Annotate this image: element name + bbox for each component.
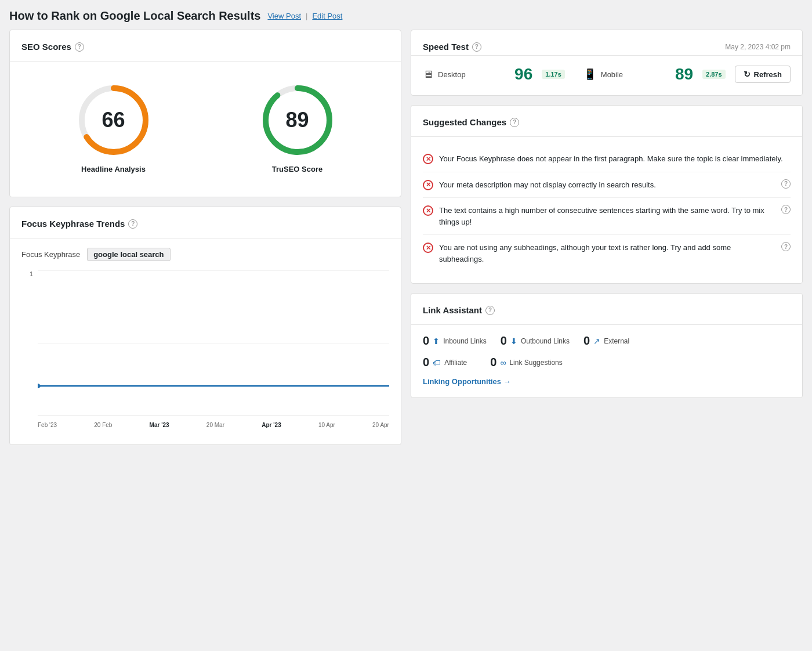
mobile-label: Mobile <box>601 70 623 79</box>
external-count: 0 <box>583 334 590 348</box>
suggestion-error-icon-4: ✕ <box>423 243 433 253</box>
link-assistant-card: Link Assistant ? 0 ⬆ Inbound Links 0 ⬇ O… <box>411 293 803 398</box>
suggestion-error-icon-2: ✕ <box>423 180 433 190</box>
desktop-time: 1.17s <box>542 70 565 79</box>
trend-chart: 1 Feb '23 20 Feb <box>21 270 389 433</box>
keyphrase-row: Focus Keyphrase google local search <box>21 248 389 261</box>
x-label-10apr: 10 Apr <box>318 422 335 428</box>
seo-scores-help-icon[interactable]: ? <box>75 42 84 52</box>
focus-keyphrase-card: Focus Keyphrase Trends ? Focus Keyphrase… <box>9 207 401 445</box>
headline-score-label: Headline Analysis <box>81 165 146 173</box>
speed-test-card: Speed Test ? May 2, 2023 4:02 pm 🖥 Deskt… <box>411 30 803 96</box>
suggested-changes-card: Suggested Changes ? ✕ Your Focus Keyphra… <box>411 105 803 284</box>
suggested-changes-divider <box>411 136 802 137</box>
x-label-feb23: Feb '23 <box>38 422 57 428</box>
x-label-mar23: Mar '23 <box>150 422 169 428</box>
svg-point-4 <box>38 384 41 388</box>
seo-scores-card: SEO Scores ? 66 Headline Analysis <box>9 30 401 197</box>
suggested-changes-help-icon[interactable]: ? <box>510 118 519 127</box>
suggestion-help-3[interactable]: ? <box>781 205 791 214</box>
focus-keyphrase-help-icon[interactable]: ? <box>128 219 137 229</box>
desktop-speed-item: 🖥 Desktop <box>423 68 505 81</box>
keyphrase-field-label: Focus Keyphrase <box>21 250 80 259</box>
edit-post-link[interactable]: Edit Post <box>312 12 342 20</box>
external-label: External <box>604 337 629 345</box>
inbound-label: Inbound Links <box>443 337 487 345</box>
left-column: SEO Scores ? 66 Headline Analysis <box>9 30 401 445</box>
x-label-20mar: 20 Mar <box>206 422 224 428</box>
seo-scores-title: SEO Scores ? <box>21 42 389 52</box>
seo-scores-divider <box>10 61 401 62</box>
chart-yaxis: 1 <box>21 270 33 415</box>
mobile-score: 89 <box>675 65 693 84</box>
mobile-time: 2.87s <box>702 70 726 79</box>
suggestion-item-1: ✕ Your Focus Keyphrase does not appear i… <box>423 146 791 172</box>
truseo-score-label: TruSEO Score <box>272 165 322 173</box>
y-label-top: 1 <box>30 270 33 277</box>
link-assistant-divider <box>411 324 802 325</box>
affiliate-label: Affiliate <box>444 359 467 367</box>
refresh-button[interactable]: ↻ Refresh <box>735 66 791 83</box>
suggestion-error-icon-3: ✕ <box>423 205 433 216</box>
mobile-speed-item: 📱 Mobile <box>583 68 666 81</box>
external-icon: ↗ <box>593 337 600 346</box>
suggestion-text-3: The text contains a high number of conse… <box>439 205 772 227</box>
headline-score-number: 66 <box>102 108 125 132</box>
x-label-20feb: 20 Feb <box>94 422 112 428</box>
speed-test-divider <box>411 55 802 56</box>
external-links-item: 0 ↗ External <box>583 334 629 348</box>
speed-date: May 2, 2023 4:02 pm <box>725 43 791 51</box>
outbound-icon: ⬇ <box>510 337 517 346</box>
affiliate-count: 0 <box>423 356 429 369</box>
desktop-label: Desktop <box>438 70 466 79</box>
main-grid: SEO Scores ? 66 Headline Analysis <box>9 30 803 445</box>
x-label-apr23: Apr '23 <box>262 422 281 428</box>
suggestion-item-3: ✕ The text contains a high number of con… <box>423 198 791 235</box>
outbound-label: Outbound Links <box>521 337 570 345</box>
page-title: How to Rank on Google Local Search Resul… <box>9 9 260 23</box>
chart-xaxis: Feb '23 20 Feb Mar '23 20 Mar Apr '23 10… <box>38 417 389 433</box>
right-column: Speed Test ? May 2, 2023 4:02 pm 🖥 Deskt… <box>411 30 803 445</box>
affiliate-item: 0 🏷 Affiliate <box>423 356 467 369</box>
suggestion-help-2[interactable]: ? <box>781 179 791 189</box>
suggestions-icon: ∞ <box>500 358 506 367</box>
suggestion-error-icon-1: ✕ <box>423 154 433 164</box>
link-assistant-help-icon[interactable]: ? <box>485 306 495 315</box>
speed-test-title: Speed Test ? <box>423 42 481 52</box>
desktop-score: 96 <box>514 65 532 84</box>
link-assistant-title: Link Assistant ? <box>423 305 791 315</box>
desktop-icon: 🖥 <box>423 68 433 81</box>
truseo-score-item: 89 TruSEO Score <box>260 82 335 173</box>
inbound-links-item: 0 ⬆ Inbound Links <box>423 334 487 348</box>
suggestion-text-1: Your Focus Keyphrase does not appear in … <box>439 153 791 165</box>
headline-score-item: 66 Headline Analysis <box>76 82 151 173</box>
outbound-count: 0 <box>501 334 507 348</box>
link-separator: | <box>306 12 307 20</box>
suggestion-text-4: You are not using any subheadings, altho… <box>439 242 772 265</box>
suggestions-label: Link Suggestions <box>509 359 562 367</box>
suggestion-item-2: ✕ Your meta description may not display … <box>423 172 791 198</box>
suggestion-help-4[interactable]: ? <box>781 242 791 251</box>
keyphrase-value: google local search <box>87 248 170 261</box>
refresh-icon: ↻ <box>744 70 751 79</box>
suggestions-item: 0 ∞ Link Suggestions <box>490 356 563 369</box>
focus-keyphrase-title: Focus Keyphrase Trends ? <box>21 219 389 229</box>
linking-opportunities-link[interactable]: Linking Opportunities → <box>423 377 511 386</box>
affiliate-icon: 🏷 <box>433 358 441 367</box>
focus-keyphrase-divider <box>10 238 401 238</box>
suggested-changes-title: Suggested Changes ? <box>423 117 791 127</box>
link-stats-row2: 0 🏷 Affiliate 0 ∞ Link Suggestions <box>423 356 791 369</box>
mobile-icon: 📱 <box>583 68 596 81</box>
inbound-icon: ⬆ <box>433 337 440 346</box>
header-links: View Post | Edit Post <box>267 12 342 20</box>
truseo-score-number: 89 <box>285 108 309 132</box>
headline-circle: 66 <box>76 82 151 158</box>
speed-test-help-icon[interactable]: ? <box>472 42 481 52</box>
chart-line <box>38 270 389 415</box>
page-header: How to Rank on Google Local Search Resul… <box>9 9 803 23</box>
suggestion-text-2: Your meta description may not display co… <box>439 179 772 191</box>
outbound-links-item: 0 ⬇ Outbound Links <box>501 334 570 348</box>
view-post-link[interactable]: View Post <box>267 12 301 20</box>
x-label-20apr: 20 Apr <box>372 422 389 428</box>
speed-row: 🖥 Desktop 96 1.17s 📱 Mobile 89 2.87s ↻ R… <box>423 65 791 84</box>
